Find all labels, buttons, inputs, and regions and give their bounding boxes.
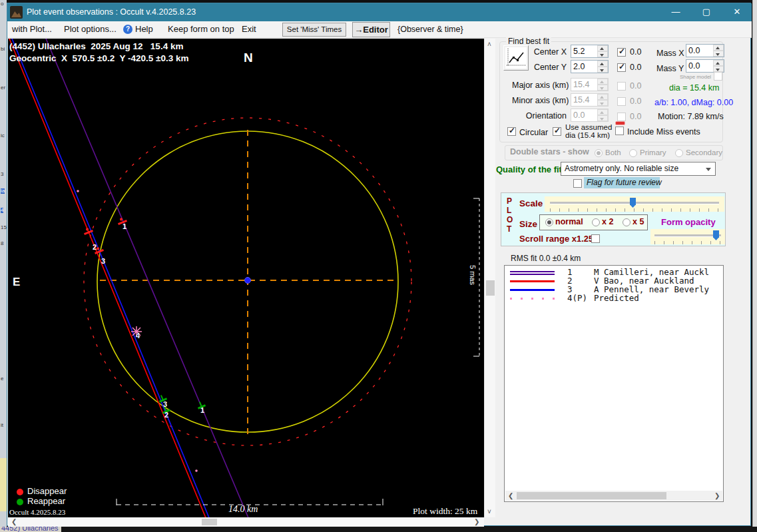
minor-fit-checkbox	[617, 97, 626, 106]
scroll-range-label: Scroll range x1.25	[519, 234, 593, 244]
fitted-center-dot	[245, 278, 251, 284]
mass-x-input[interactable]: 0.0	[686, 44, 724, 57]
center-x-fit-value: 0.0	[630, 47, 641, 57]
vertical-scroll-thumb[interactable]	[486, 280, 495, 296]
scroll-right-icon[interactable]: ❯	[474, 519, 479, 525]
circular-checkbox[interactable]	[507, 127, 516, 136]
major-fit-value: 0.0	[630, 81, 641, 91]
both-label: Both	[605, 148, 621, 157]
observer-1-line-sample	[510, 274, 555, 275]
spin-up-icon[interactable]	[597, 45, 608, 51]
scroll-left-icon[interactable]: ❮	[508, 493, 513, 499]
plot-vertical-scrollbar[interactable]: ˄ ˅	[484, 39, 495, 517]
combo-chevron-icon[interactable]	[706, 168, 711, 171]
size-x2-radio[interactable]	[592, 218, 600, 226]
spin-down-icon[interactable]	[713, 51, 724, 57]
spin-up-icon[interactable]	[713, 45, 724, 51]
spin-down-icon[interactable]	[713, 66, 724, 72]
quality-combobox[interactable]: Astrometry only. No reliable size	[561, 162, 716, 176]
set-miss-times-button[interactable]: Set 'Miss' Times	[282, 23, 346, 37]
scale-slider-thumb[interactable]	[630, 198, 636, 208]
scroll-right-icon[interactable]: ❯	[714, 493, 720, 499]
size-label: Size	[519, 219, 537, 230]
menu-exit[interactable]: Exit	[242, 25, 256, 35]
menu-plot-options[interactable]: Plot options...	[64, 25, 117, 35]
use-assumed-dia-checkbox[interactable]	[553, 127, 561, 136]
plot-header-line1: (4452) Ullacharles 2025 Aug 12 15.4 km	[9, 41, 183, 52]
shape-model-checkbox[interactable]	[714, 72, 722, 81]
minimize-button[interactable]: —	[660, 3, 691, 21]
center-x-fit-checkbox[interactable]	[617, 48, 626, 57]
scroll-down-icon[interactable]: ˅	[487, 509, 491, 515]
include-miss-checkbox[interactable]	[615, 127, 624, 135]
scroll-left-icon[interactable]: ❮	[11, 519, 17, 525]
quality-value: Astrometry only. No reliable size	[565, 164, 678, 174]
spin-up-icon[interactable]	[713, 60, 724, 66]
spin-down-icon[interactable]	[597, 51, 608, 57]
run-fit-button[interactable]	[503, 45, 529, 71]
spin-up-icon[interactable]	[597, 61, 608, 67]
occultation-plot-canvas[interactable]	[8, 39, 484, 517]
secondary-label: Secondary	[686, 148, 722, 157]
center-x-label: Center X	[528, 47, 567, 57]
observer-3-line-sample	[510, 289, 555, 291]
close-button[interactable]: ✕	[722, 3, 752, 21]
background-window-left-strip: o bi er ic 3 ia 4 15 8 e it	[0, 0, 7, 527]
scale-slider-ticks	[550, 208, 719, 212]
spin-down-icon[interactable]	[597, 67, 608, 73]
scalebar-label: 14.0 km	[228, 504, 258, 515]
form-opacity-label: Form opacity	[661, 218, 716, 228]
disappear-legend-label: Disappear	[27, 487, 67, 497]
observer-row-name[interactable]: Predicted	[594, 294, 639, 303]
listbox-scroll-thumb[interactable]	[517, 492, 666, 499]
mass-x-label: Mass X	[656, 49, 684, 58]
mass-y-input[interactable]: 0.0	[686, 59, 724, 73]
title-bar[interactable]: Plot event observations : Occult v.4.202…	[7, 3, 752, 21]
maximize-button[interactable]: ▢	[691, 3, 722, 21]
major-fit-checkbox	[617, 82, 626, 91]
edge-fragment: 4	[1, 208, 3, 213]
spin-up-icon	[597, 109, 608, 115]
plot-letter-o: O	[507, 216, 513, 225]
center-y-fit-checkbox[interactable]	[617, 63, 626, 72]
center-y-label: Center Y	[528, 63, 567, 72]
scroll-up-icon[interactable]: ˄	[487, 41, 491, 48]
center-x-input[interactable]: 5.2	[571, 45, 609, 58]
edge-fragment: it	[1, 423, 3, 428]
mass-y-label: Mass Y	[656, 64, 684, 73]
edge-fragment: 3	[1, 172, 3, 177]
menu-keep-form-on-top[interactable]: Keep form on top	[168, 25, 234, 35]
observer-1-line-sample	[510, 271, 555, 272]
scale-label: Scale	[519, 198, 543, 209]
listbox-horizontal-scrollbar[interactable]: ❮ ❯	[505, 491, 722, 501]
scroll-range-checkbox[interactable]	[591, 234, 600, 243]
both-radio	[595, 149, 603, 157]
horizontal-scroll-thumb[interactable]	[202, 519, 217, 525]
reappear-legend-label: Reappear	[27, 497, 65, 507]
plot-horizontal-scrollbar[interactable]: ❮ ❯	[8, 517, 484, 527]
version-label: Occult 4.2025.8.23	[9, 508, 65, 517]
miss-line-sample-icon	[615, 121, 625, 125]
menu-with-plot[interactable]: with Plot...	[12, 25, 52, 35]
menu-help[interactable]: Help	[135, 25, 153, 35]
predicted-dot	[195, 469, 198, 472]
form-opacity-thumb[interactable]	[713, 230, 719, 240]
bottom-edge-strip: 4452) Ullacharles	[0, 527, 757, 532]
form-opacity-slider[interactable]	[650, 229, 725, 244]
background-taskbar-tab[interactable]: 4452) Ullacharles	[0, 527, 61, 532]
size-x5-radio[interactable]	[623, 218, 631, 226]
editor-button[interactable]: →Editor	[352, 22, 390, 37]
window-title: Plot event observations : Occult v.4.202…	[27, 7, 196, 17]
edge-fragment: ic	[1, 133, 5, 138]
flag-review-checkbox[interactable]	[573, 179, 582, 188]
size-x2-label: x 2	[602, 217, 613, 226]
ab-dmag-value: a/b: 1.00, dMag: 0.00	[654, 98, 733, 107]
major-axis-input: 15.4	[571, 78, 609, 91]
size-normal-radio[interactable]	[545, 218, 553, 226]
observer-row-num[interactable]: 4(P)	[567, 294, 587, 303]
spin-down-icon	[597, 85, 608, 91]
edge-fragment: ia	[1, 188, 5, 194]
center-y-input[interactable]: 2.0	[571, 60, 609, 73]
edge-fragment: 15	[1, 225, 7, 230]
scale-slider[interactable]	[545, 196, 724, 212]
